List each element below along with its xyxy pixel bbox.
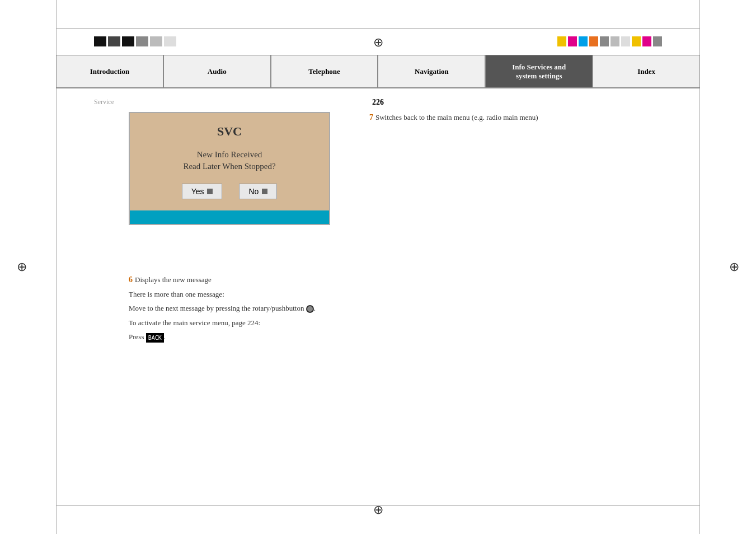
color-strip-left bbox=[94, 36, 190, 46]
crosshair-bottom: ⊕ bbox=[373, 503, 383, 517]
service-label: Service bbox=[94, 98, 114, 106]
nav-tab-info-services[interactable]: Info Services and system settings bbox=[485, 55, 593, 87]
svc-message-line1: New Info Received bbox=[197, 150, 262, 159]
step6-sub3: To activate the main service menu, page … bbox=[129, 317, 353, 329]
yes-square-icon bbox=[207, 189, 213, 194]
yes-label: Yes bbox=[191, 187, 204, 196]
crosshair-right: ⊕ bbox=[729, 260, 739, 274]
nav-tab-index[interactable]: Index bbox=[593, 55, 700, 87]
nav-tab-telephone[interactable]: Telephone bbox=[271, 55, 378, 87]
step7-main: Switches back to the main menu (e.g. rad… bbox=[375, 113, 538, 121]
step6-sub1: There is more than one message: bbox=[129, 289, 353, 300]
step6-sub4: Press BACK. bbox=[129, 331, 353, 343]
nav-tabs: IntroductionAudioTelephoneNavigationInfo… bbox=[56, 55, 700, 88]
page-number: 226 bbox=[372, 98, 384, 107]
no-label: No bbox=[248, 187, 259, 196]
no-button[interactable]: No bbox=[239, 184, 277, 199]
nav-tab-audio[interactable]: Audio bbox=[163, 55, 271, 87]
step6-number: 6 bbox=[129, 275, 133, 284]
nav-tab-navigation[interactable]: Navigation bbox=[378, 55, 485, 87]
yes-button[interactable]: Yes bbox=[182, 184, 223, 199]
back-key-icon: BACK bbox=[146, 333, 164, 343]
svc-title: SVC bbox=[141, 124, 318, 139]
nav-tab-introduction[interactable]: Introduction bbox=[56, 55, 163, 87]
step7-area: 7 Switches back to the main menu (e.g. r… bbox=[369, 112, 649, 129]
crosshair-left: ⊕ bbox=[17, 260, 27, 274]
step6-item: 6 Displays the new message There is more… bbox=[129, 274, 353, 343]
svc-message: New Info Received Read Later When Stoppe… bbox=[141, 149, 318, 172]
svc-dialog: SVC New Info Received Read Later When St… bbox=[129, 112, 330, 225]
step7-item: 7 Switches back to the main menu (e.g. r… bbox=[369, 112, 649, 123]
border-top bbox=[56, 28, 700, 29]
step6-main: Displays the new message bbox=[135, 275, 212, 284]
step6-sub2: Move to the next message by pressing the… bbox=[129, 303, 353, 314]
rotary-pushbutton-icon bbox=[306, 305, 314, 313]
crosshair-top-center: ⊕ bbox=[373, 35, 383, 50]
color-strip-right bbox=[557, 36, 662, 46]
step6-area: 6 Displays the new message There is more… bbox=[129, 274, 353, 348]
svc-blue-bar bbox=[130, 210, 329, 224]
no-square-icon bbox=[262, 189, 267, 194]
svc-message-line2: Read Later When Stopped? bbox=[183, 162, 275, 171]
step7-number: 7 bbox=[369, 113, 373, 121]
svc-buttons: Yes No bbox=[141, 184, 318, 199]
